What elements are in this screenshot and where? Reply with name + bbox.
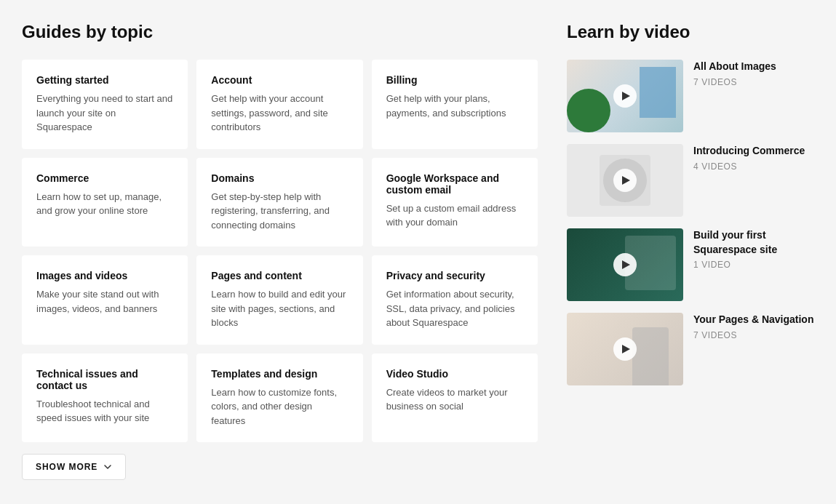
video-list: All About Images 7 VIDEOS Introducing Co…: [567, 60, 814, 385]
guide-card-desc: Get help with your account settings, pas…: [211, 92, 348, 135]
guide-card-desc: Get information about security, SSL, dat…: [386, 287, 523, 330]
guide-card-privacy-security[interactable]: Privacy and security Get information abo…: [372, 255, 538, 345]
guide-card-title: Billing: [386, 74, 523, 86]
video-title: Your Pages & Navigation: [693, 313, 814, 327]
guide-card-title: Images and videos: [36, 270, 173, 281]
guide-card-video-studio[interactable]: Video Studio Create videos to market you…: [372, 353, 538, 443]
play-button[interactable]: [613, 253, 637, 276]
guide-card-desc: Get step-by-step help with registering, …: [211, 190, 348, 233]
chevron-down-icon: [103, 463, 112, 471]
video-section: Learn by video All About Images 7 VIDEOS: [567, 22, 814, 480]
guide-card-desc: Learn how to build and edit your site wi…: [211, 287, 348, 330]
guide-card-desc: Make your site stand out with images, vi…: [36, 287, 173, 316]
guide-card-desc: Set up a custom email address with your …: [386, 201, 523, 230]
guide-card-pages-content[interactable]: Pages and content Learn how to build and…: [196, 255, 362, 345]
video-item-build-first-site[interactable]: Build your first Squarespace site 1 VIDE…: [567, 228, 814, 301]
guide-card-google-workspace[interactable]: Google Workspace and custom email Set up…: [372, 158, 538, 247]
video-section-title: Learn by video: [567, 22, 814, 42]
guide-card-title: Google Workspace and custom email: [386, 172, 523, 196]
guide-card-title: Templates and design: [211, 368, 348, 380]
guide-card-title: Domains: [211, 172, 348, 184]
guide-card-templates-design[interactable]: Templates and design Learn how to custom…: [196, 353, 362, 443]
guide-card-commerce[interactable]: Commerce Learn how to set up, manage, an…: [22, 158, 188, 247]
video-count: 1 VIDEO: [693, 260, 814, 270]
video-thumbnail: [567, 144, 683, 217]
video-thumbnail: [567, 313, 683, 385]
video-count: 7 VIDEOS: [693, 330, 814, 340]
play-button[interactable]: [613, 84, 637, 108]
play-button[interactable]: [613, 169, 637, 192]
guide-card-desc: Create videos to market your business on…: [386, 385, 523, 414]
video-info: Introducing Commerce 4 VIDEOS: [693, 144, 814, 172]
show-more-button[interactable]: SHOW MORE: [22, 454, 126, 480]
guide-card-getting-started[interactable]: Getting started Everything you need to s…: [22, 60, 188, 149]
guide-card-title: Account: [211, 74, 348, 86]
guide-card-desc: Troubleshoot technical and speed issues …: [36, 397, 173, 425]
play-icon: [622, 345, 630, 353]
guide-card-images-videos[interactable]: Images and videos Make your site stand o…: [22, 255, 188, 345]
video-count: 7 VIDEOS: [693, 77, 814, 87]
video-info: All About Images 7 VIDEOS: [693, 60, 814, 87]
guide-card-title: Getting started: [36, 74, 173, 86]
video-count: 4 VIDEOS: [693, 161, 814, 172]
guide-card-desc: Learn how to set up, manage, and grow yo…: [36, 190, 173, 218]
video-thumbnail: [567, 228, 683, 301]
guide-card-title: Privacy and security: [386, 270, 523, 281]
guides-section: Guides by topic Getting started Everythi…: [22, 22, 538, 480]
guides-grid: Getting started Everything you need to s…: [22, 60, 538, 442]
guide-card-billing[interactable]: Billing Get help with your plans, paymen…: [372, 60, 538, 149]
guide-card-title: Video Studio: [386, 368, 523, 380]
video-item-your-pages-navigation[interactable]: Your Pages & Navigation 7 VIDEOS: [567, 313, 814, 385]
play-icon: [622, 176, 630, 185]
video-item-all-about-images[interactable]: All About Images 7 VIDEOS: [567, 60, 814, 132]
guide-card-title: Pages and content: [211, 270, 348, 281]
video-info: Your Pages & Navigation 7 VIDEOS: [693, 313, 814, 340]
guide-card-title: Technical issues and contact us: [36, 368, 173, 391]
guide-card-technical-issues[interactable]: Technical issues and contact us Troubles…: [22, 353, 188, 443]
guide-card-desc: Everything you need to start and launch …: [36, 92, 173, 135]
video-title: Introducing Commerce: [693, 144, 814, 159]
guides-title: Guides by topic: [22, 22, 538, 42]
play-button[interactable]: [613, 337, 637, 361]
video-title: Build your first Squarespace site: [693, 228, 814, 257]
guide-card-domains[interactable]: Domains Get step-by-step help with regis…: [196, 158, 362, 247]
play-icon: [622, 260, 630, 269]
guide-card-title: Commerce: [36, 172, 173, 184]
video-info: Build your first Squarespace site 1 VIDE…: [693, 228, 814, 270]
guide-card-desc: Learn how to customize fonts, colors, an…: [211, 385, 348, 428]
show-more-label: SHOW MORE: [36, 462, 97, 472]
video-item-introducing-commerce[interactable]: Introducing Commerce 4 VIDEOS: [567, 144, 814, 217]
guide-card-desc: Get help with your plans, payments, and …: [386, 92, 523, 120]
play-icon: [622, 92, 630, 100]
video-title: All About Images: [693, 60, 814, 74]
video-thumbnail: [567, 60, 683, 132]
guide-card-account[interactable]: Account Get help with your account setti…: [196, 60, 362, 149]
